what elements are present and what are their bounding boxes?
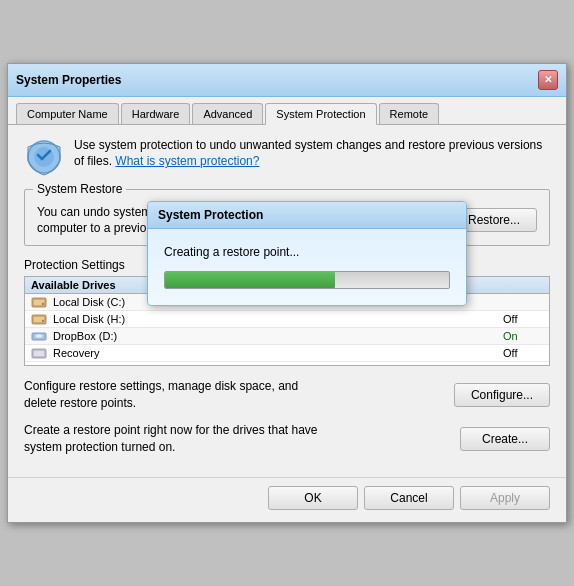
drive-d-name: DropBox (D:) (53, 330, 497, 342)
close-button[interactable]: ✕ (538, 70, 558, 90)
svg-rect-11 (34, 351, 44, 356)
tab-advanced[interactable]: Advanced (192, 103, 263, 124)
cancel-button[interactable]: Cancel (364, 486, 454, 510)
bottom-buttons: OK Cancel Apply (8, 477, 566, 522)
apply-button[interactable]: Apply (460, 486, 550, 510)
configure-button[interactable]: Configure... (454, 383, 550, 407)
shield-icon (24, 137, 64, 177)
create-row: Create a restore point right now for the… (24, 422, 550, 456)
svg-point-4 (42, 303, 44, 305)
progress-bar-fill (165, 272, 335, 288)
info-link[interactable]: What is system protection? (115, 154, 259, 168)
drive-h-name: Local Disk (H:) (53, 313, 497, 325)
progress-bar-container (164, 271, 450, 289)
system-restore-label: System Restore (33, 182, 126, 196)
tab-remote[interactable]: Remote (379, 103, 440, 124)
info-description: Use system protection to undo unwanted s… (74, 137, 550, 171)
drive-row[interactable]: Local Disk (H:) Off (25, 311, 549, 328)
window-title: System Properties (16, 73, 121, 87)
drive-row[interactable]: Recovery Off (25, 345, 549, 362)
drive-icon (31, 347, 47, 359)
drive-row[interactable]: DropBox (D:) On (25, 328, 549, 345)
title-bar: System Properties ✕ (8, 64, 566, 97)
drive-recovery-name: Recovery (53, 347, 497, 359)
tab-hardware[interactable]: Hardware (121, 103, 191, 124)
info-row: Use system protection to undo unwanted s… (24, 137, 550, 177)
create-description: Create a restore point right now for the… (24, 422, 324, 456)
drive-icon (31, 296, 47, 308)
ok-button[interactable]: OK (268, 486, 358, 510)
drive-h-status: Off (503, 313, 543, 325)
configure-description: Configure restore settings, manage disk … (24, 378, 324, 412)
drive-icon (31, 313, 47, 325)
drive-icon (31, 330, 47, 342)
tab-computer-name[interactable]: Computer Name (16, 103, 119, 124)
drive-d-status: On (503, 330, 543, 342)
tabs-container: Computer Name Hardware Advanced System P… (8, 97, 566, 125)
modal-title: System Protection (158, 208, 263, 222)
system-protection-modal: System Protection Creating a restore poi… (147, 201, 467, 306)
svg-point-7 (42, 320, 44, 322)
modal-title-bar: System Protection (148, 202, 466, 229)
drive-recovery-status: Off (503, 347, 543, 359)
tab-system-protection[interactable]: System Protection (265, 103, 376, 125)
configure-row: Configure restore settings, manage disk … (24, 378, 550, 412)
svg-point-9 (35, 334, 43, 338)
create-button[interactable]: Create... (460, 427, 550, 451)
modal-message: Creating a restore point... (164, 245, 450, 259)
modal-body: Creating a restore point... (148, 229, 466, 305)
drives-header-label: Available Drives (31, 279, 116, 291)
